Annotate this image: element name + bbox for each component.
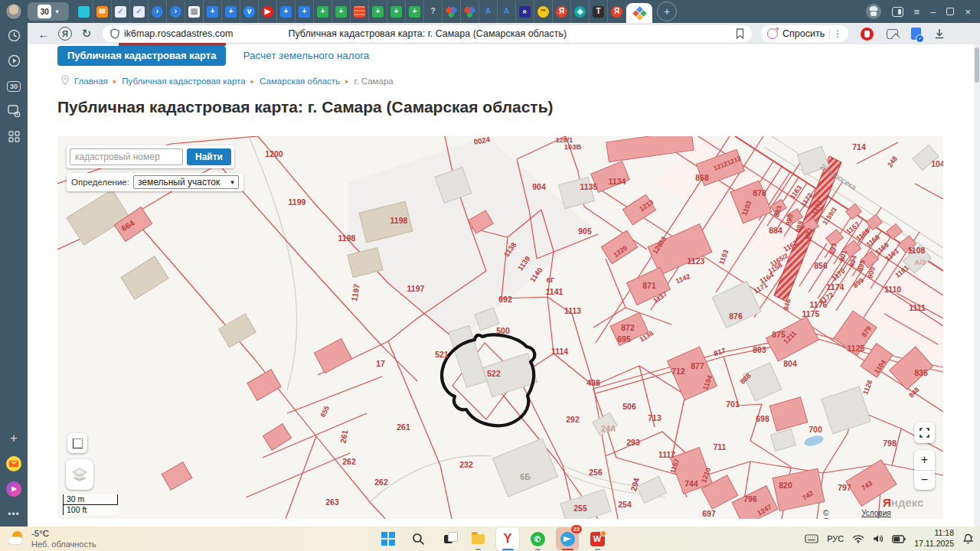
browser-tab-green-plus[interactable]: +: [369, 0, 387, 23]
close-button[interactable]: ×: [965, 6, 971, 18]
parcel-label: 820: [779, 481, 792, 490]
browser-tab-blue-plus[interactable]: +: [277, 0, 296, 23]
more-options-icon[interactable]: ⋮: [829, 28, 842, 39]
browser-tab-blue-plus[interactable]: +: [222, 0, 240, 23]
layers-button[interactable]: [66, 459, 93, 490]
browser-tab-blue-arrow[interactable]: ›: [149, 0, 167, 23]
find-button[interactable]: Найти: [187, 148, 231, 165]
search-input[interactable]: [70, 148, 183, 165]
browser-tab-document[interactable]: ▤: [185, 0, 204, 23]
more-dots-icon[interactable]: •••: [0, 501, 28, 527]
page-scrollbar[interactable]: [974, 44, 980, 527]
apps-grid-icon[interactable]: [0, 124, 28, 149]
browser-tab-green-plus[interactable]: +: [332, 0, 351, 23]
refresh-button[interactable]: ↻: [77, 27, 96, 41]
breadcrumb-item[interactable]: Главная: [74, 77, 108, 86]
history-clock-icon[interactable]: [0, 23, 28, 48]
tab-cadastral-map[interactable]: Публичная кадастровая карта: [57, 46, 226, 66]
browser-tab-help[interactable]: ?: [424, 0, 443, 23]
browser-tab-blue-a-app[interactable]: А: [498, 0, 516, 23]
tab-land-tax[interactable]: Расчет земельного налога: [243, 46, 369, 61]
browser-tab-youtube[interactable]: ▶: [259, 0, 277, 23]
browser-tab-green-plus[interactable]: +: [314, 0, 332, 23]
new-tab-button[interactable]: +: [657, 2, 677, 21]
browser-tab-yandex[interactable]: Я: [608, 0, 626, 23]
scale-meters: 30 m: [63, 494, 118, 505]
parcel-label: 1142: [675, 272, 691, 285]
extension-icon[interactable]: [887, 29, 898, 39]
measure-tool-button[interactable]: [67, 433, 87, 453]
terms-of-use-link[interactable]: Условия использования: [861, 509, 943, 519]
clock-widget[interactable]: 11:18 17.11.2025: [914, 528, 954, 549]
menu-icon[interactable]: ≡: [914, 6, 920, 18]
search-button[interactable]: [407, 527, 430, 550]
tab-group[interactable]: 30 ▾: [28, 2, 69, 21]
cadastral-map[interactable]: 1200119911981198119711976641752152250069…: [57, 136, 943, 519]
back-button[interactable]: ←: [34, 28, 54, 41]
active-browser-tab[interactable]: [626, 3, 652, 23]
tab-counter-icon[interactable]: 30: [0, 73, 28, 99]
keyboard-icon[interactable]: [805, 534, 818, 543]
restore-button[interactable]: [946, 8, 954, 15]
yandex-mail-icon[interactable]: [0, 451, 28, 476]
media-play-icon[interactable]: [0, 48, 28, 73]
windows-start-button[interactable]: [377, 527, 400, 550]
add-plus-icon[interactable]: +: [0, 425, 28, 451]
browser-tab-color-dots[interactable]: [461, 0, 479, 23]
browser-tab-color-dots[interactable]: [443, 0, 461, 23]
yandex-browser-button[interactable]: Y: [496, 527, 519, 550]
browser-tab-green-plus[interactable]: +: [387, 0, 406, 23]
yandex-button[interactable]: Я: [58, 27, 72, 41]
browser-tab-green-plus[interactable]: +: [406, 0, 424, 23]
battery-icon[interactable]: [892, 535, 906, 543]
browser-tab-blue-arrow[interactable]: ›: [167, 0, 185, 23]
parcel-label: 292: [566, 415, 580, 424]
profile-avatar[interactable]: [5, 3, 22, 20]
browser-tab-yandex[interactable]: Я: [553, 0, 571, 23]
notification-bell-icon[interactable]: z: [962, 533, 974, 545]
browser-tab-docs-check[interactable]: ✓: [112, 0, 130, 23]
language-indicator[interactable]: РУС: [827, 534, 844, 543]
download-icon[interactable]: [934, 28, 945, 40]
breadcrumb-item[interactable]: Публичная кадастровая карта: [122, 77, 245, 86]
browser-tab-teal-app[interactable]: [75, 0, 93, 23]
file-explorer-button[interactable]: [466, 527, 489, 550]
definition-select[interactable]: земельный участок ▾: [133, 175, 239, 189]
browser-tab-blue-plus[interactable]: +: [204, 0, 222, 23]
browser-tab-t-bank[interactable]: Т: [590, 0, 608, 23]
browser-tab-pro-badge[interactable]: ᴾᴿ: [534, 0, 553, 23]
scrollbar-thumb[interactable]: [975, 47, 979, 83]
whatsapp-button[interactable]: ✆: [526, 527, 549, 550]
telegram-button[interactable]: 23: [556, 527, 579, 550]
address-bar[interactable]: ik6map.roscadastres.com Публичная кадаст…: [103, 25, 752, 42]
task-view-button[interactable]: [436, 527, 459, 550]
breadcrumb-item[interactable]: Самарская область: [260, 77, 340, 86]
wps-office-button[interactable]: W: [586, 527, 609, 550]
screenshot-icon[interactable]: [0, 99, 28, 124]
fullscreen-button[interactable]: [914, 422, 935, 443]
parcel-label: 1199: [289, 197, 306, 207]
browser-tab-blue-a-app[interactable]: А: [479, 0, 498, 23]
browser-tab-navy-chevrons[interactable]: «: [516, 0, 534, 23]
adblock-extension-icon[interactable]: [861, 28, 874, 41]
side-panel-icon[interactable]: [892, 7, 903, 17]
volume-icon[interactable]: [873, 534, 884, 543]
zoom-out-button[interactable]: −: [914, 471, 935, 491]
ask-alice-button[interactable]: Спросить ⋮: [761, 25, 848, 42]
browser-tab-yandex-mail[interactable]: ✉: [93, 0, 112, 23]
docs-extension-icon[interactable]: [911, 28, 921, 40]
browser-tab-blue-plus[interactable]: +: [296, 0, 314, 23]
guest-profile-icon[interactable]: [866, 4, 881, 19]
bookmark-icon[interactable]: [736, 28, 744, 39]
browser-tab-teal-gem[interactable]: ◆: [571, 0, 590, 23]
wifi-icon[interactable]: [852, 534, 864, 543]
weather-widget[interactable]: -5°CНеб. облачность: [8, 528, 96, 549]
minimize-button[interactable]: –: [930, 6, 936, 18]
parcel-label: 876: [729, 311, 743, 321]
alice-assistant-icon[interactable]: [0, 476, 28, 501]
browser-tab-docs-check[interactable]: ✓: [130, 0, 149, 23]
parcel-label: 700: [808, 425, 822, 434]
browser-tab-vk[interactable]: ᴠ: [240, 0, 259, 23]
browser-tab-striped-red-app[interactable]: [351, 0, 369, 23]
zoom-in-button[interactable]: +: [914, 450, 935, 471]
